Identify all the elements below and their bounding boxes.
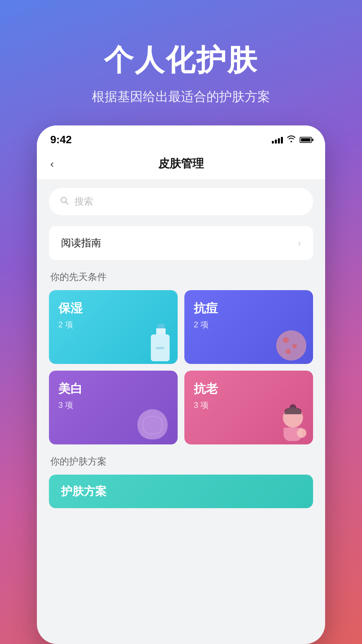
innate-section-header: 你的先天条件	[49, 271, 313, 283]
hero-title: 个人化护肤	[20, 40, 342, 80]
moisturize-title: 保湿	[58, 300, 168, 317]
acne-subtitle: 2 项	[194, 319, 304, 330]
status-time: 9:42	[50, 133, 72, 146]
anti-aging-card[interactable]: 抗老 3 项	[184, 371, 313, 444]
acne-card[interactable]: 抗痘 2 项	[184, 290, 313, 364]
reading-guide-label: 阅读指南	[61, 236, 101, 250]
acne-face-illustration	[276, 330, 306, 361]
plan-card[interactable]: 护肤方案	[49, 475, 313, 508]
reading-guide-row[interactable]: 阅读指南 ›	[49, 226, 313, 260]
content-area: 搜索 阅读指南 › 你的先天条件 保湿 2 项 water	[37, 180, 325, 516]
hero-section: 个人化护肤 根据基因给出最适合的护肤方案	[0, 0, 362, 125]
search-placeholder-text: 搜索	[74, 195, 93, 208]
status-bar: 9:42	[37, 125, 325, 149]
hero-subtitle: 根据基因给出最适合的护肤方案	[20, 88, 342, 105]
battery-icon	[300, 137, 312, 143]
whitening-card[interactable]: 美白 3 项	[49, 371, 178, 444]
signal-icon	[272, 136, 283, 144]
wifi-icon	[287, 136, 296, 144]
water-bottle-illustration: water	[151, 324, 171, 361]
aging-face-illustration	[280, 408, 306, 441]
acne-title: 抗痘	[194, 300, 304, 317]
phone-mockup: 9:42 ‹ 皮肤管理	[37, 125, 325, 644]
chevron-right-icon: ›	[298, 238, 301, 249]
back-button[interactable]: ‹	[50, 158, 54, 170]
moisturize-card[interactable]: 保湿 2 项 water	[49, 290, 178, 364]
page-title: 皮肤管理	[158, 156, 204, 171]
mask-illustration	[137, 409, 171, 441]
search-icon	[60, 196, 69, 208]
svg-line-1	[66, 202, 68, 204]
plan-section-header: 你的护肤方案	[49, 455, 313, 468]
cards-grid: 保湿 2 项 water 抗痘 2 项	[49, 290, 313, 444]
nav-bar: ‹ 皮肤管理	[37, 149, 325, 180]
search-bar[interactable]: 搜索	[49, 188, 313, 215]
plan-card-title: 护肤方案	[61, 484, 107, 499]
status-icons	[272, 136, 312, 144]
whitening-title: 美白	[58, 381, 168, 397]
anti-aging-title: 抗老	[194, 381, 304, 397]
